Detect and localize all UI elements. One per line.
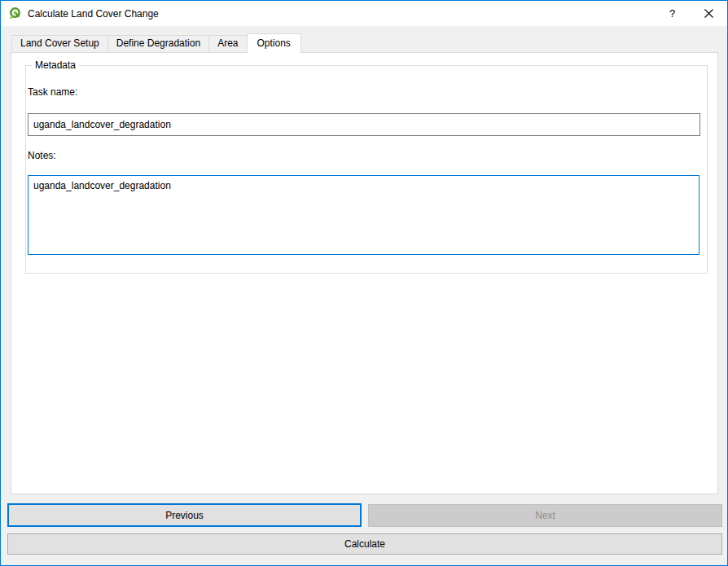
options-tab-panel: Metadata Task name: Notes: uganda_landco… xyxy=(11,52,718,494)
next-button[interactable]: Next xyxy=(368,504,722,527)
close-icon xyxy=(704,9,713,18)
tab-land-cover-setup[interactable]: Land Cover Setup xyxy=(11,35,108,52)
titlebar: Calculate Land Cover Change ? xyxy=(1,1,727,26)
task-name-label: Task name: xyxy=(28,86,77,98)
titlebar-buttons: ? xyxy=(654,1,727,26)
help-button[interactable]: ? xyxy=(654,1,691,26)
notes-label: Notes: xyxy=(28,150,56,161)
notes-textarea[interactable]: uganda_landcover_degradation xyxy=(28,175,699,255)
dialog-window: Calculate Land Cover Change ? Land Cover… xyxy=(0,0,728,566)
tab-define-degradation[interactable]: Define Degradation xyxy=(107,35,209,52)
calculate-button[interactable]: Calculate xyxy=(7,533,722,555)
help-icon: ? xyxy=(669,7,675,20)
tab-options[interactable]: Options xyxy=(247,33,301,53)
task-name-input[interactable] xyxy=(28,113,700,136)
window-title: Calculate Land Cover Change xyxy=(28,8,159,20)
metadata-group-label: Metadata xyxy=(32,59,79,71)
qgis-logo-icon xyxy=(8,7,22,20)
tab-bar: Land Cover Setup Define Degradation Area… xyxy=(11,33,300,52)
close-button[interactable] xyxy=(691,1,727,26)
previous-button[interactable]: Previous xyxy=(7,503,362,527)
tab-area[interactable]: Area xyxy=(208,35,247,52)
